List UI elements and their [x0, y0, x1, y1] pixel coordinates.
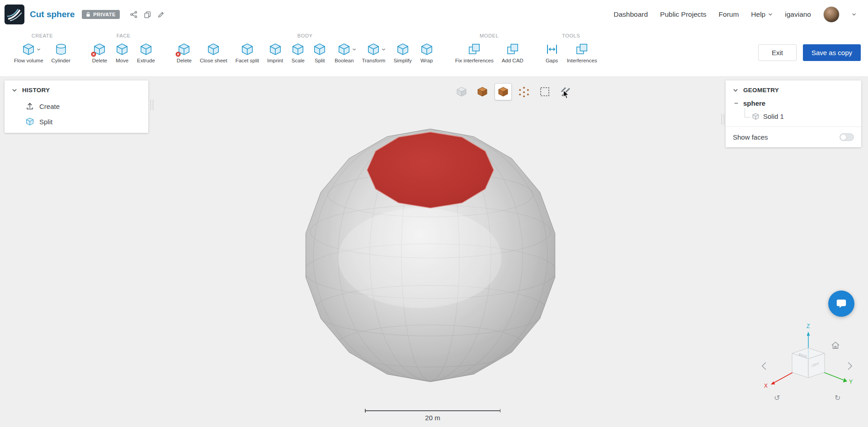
flow-volume-icon — [22, 42, 35, 56]
scale-bar: 20 m — [365, 410, 500, 422]
group-label: TOOLS — [562, 29, 580, 38]
history-item-split[interactable]: Split — [5, 114, 148, 129]
ribbon-group-create: CREATE Flow volume Cylinder — [10, 29, 75, 76]
create-step-icon — [25, 102, 34, 111]
tool-body-delete[interactable]: Delete — [173, 39, 196, 63]
tool-face-extrude[interactable]: Extrude — [133, 39, 159, 63]
history-item-label: Create — [39, 103, 60, 110]
tool-boolean[interactable]: Boolean — [330, 39, 358, 63]
geometry-panel: GEOMETRY sphere Solid 1 Show faces — [726, 80, 861, 147]
rotate-ccw-button[interactable]: ↺ — [774, 394, 780, 402]
tool-transform[interactable]: Transform — [358, 39, 389, 63]
facet-split-icon — [241, 42, 254, 56]
top-nav: Dashboard Public Projects Forum Help iga… — [613, 6, 856, 23]
copy-icon — [143, 10, 151, 19]
tool-flow-volume[interactable]: Flow volume — [10, 39, 47, 63]
tool-close-sheet[interactable]: Close sheet — [196, 39, 231, 63]
measure-button[interactable] — [557, 83, 574, 100]
tool-facet-split[interactable]: Facet split — [231, 39, 263, 63]
nav-forum[interactable]: Forum — [719, 10, 739, 19]
tool-imprint[interactable]: Imprint — [263, 39, 287, 63]
axis-x-label: X — [764, 383, 768, 389]
chevron-down-icon[interactable] — [37, 47, 41, 52]
tree-node-label: Solid 1 — [763, 113, 784, 120]
split-step-icon — [25, 117, 34, 126]
tool-wrap[interactable]: Wrap — [416, 39, 438, 63]
cylinder-icon — [54, 42, 68, 56]
axis-x: X — [764, 372, 793, 389]
panel-resize-grip[interactable] — [722, 114, 724, 125]
toggle-knob — [840, 134, 846, 140]
solid-faces-cube-icon — [497, 86, 509, 98]
exit-button[interactable]: Exit — [758, 44, 797, 61]
privacy-badge-label: PRIVATE — [93, 12, 116, 17]
wrap-icon — [420, 42, 434, 56]
rename-button[interactable] — [154, 8, 168, 21]
chat-icon — [835, 297, 848, 310]
rotate-cw-button[interactable]: ↻ — [835, 394, 840, 402]
history-item-create[interactable]: Create — [5, 99, 148, 114]
scale-bar-label: 20 m — [365, 414, 500, 422]
nav-help[interactable]: Help — [751, 10, 773, 19]
solid-cube-icon — [752, 113, 760, 120]
user-menu-chevron-icon[interactable] — [852, 12, 856, 17]
tool-interferences[interactable]: Interferences — [563, 39, 601, 63]
tool-fix-interferences[interactable]: Fix interferences — [451, 39, 498, 63]
navigation-cube-widget: Z X Y BACK LEFT ↺ — [760, 320, 854, 406]
simplify-icon — [396, 42, 410, 56]
history-panel: HISTORY Create Split — [5, 80, 148, 133]
axis-z-label: Z — [807, 323, 810, 329]
canvas-area: HISTORY Create Split — [0, 77, 868, 427]
tool-gaps[interactable]: Gaps — [541, 39, 563, 63]
show-faces-toggle[interactable] — [840, 133, 854, 141]
save-as-copy-button[interactable]: Save as copy — [803, 44, 861, 61]
tool-body-split[interactable]: Split — [309, 39, 330, 63]
tool-simplify[interactable]: Simplify — [389, 39, 415, 63]
view-wireframe-button[interactable] — [453, 83, 470, 100]
ribbon-group-model: MODEL Fix interferences Add CAD — [451, 29, 528, 76]
rotate-right-chevron-button[interactable] — [848, 362, 852, 370]
tool-scale[interactable]: Scale — [287, 39, 309, 63]
collapse-chevron-icon[interactable] — [12, 88, 17, 93]
panel-resize-grip[interactable] — [151, 99, 153, 110]
viewport-3d[interactable] — [272, 103, 589, 413]
tool-face-delete[interactable]: Delete — [88, 39, 111, 63]
view-solid-button[interactable] — [474, 83, 491, 100]
tree-node-sphere[interactable]: sphere — [726, 99, 861, 109]
box-select-button[interactable] — [536, 83, 553, 100]
sphere-highlight — [338, 208, 501, 308]
tree-node-solid-1[interactable]: Solid 1 — [726, 109, 861, 127]
tool-cylinder[interactable]: Cylinder — [47, 39, 75, 63]
boolean-icon — [337, 42, 351, 56]
imprint-icon — [269, 42, 282, 56]
show-faces-label: Show faces — [733, 133, 768, 141]
chevron-down-icon — [768, 12, 773, 17]
app-logo[interactable] — [5, 5, 24, 24]
history-item-label: Split — [39, 118, 52, 126]
geometry-panel-title: GEOMETRY — [743, 87, 779, 94]
view-cube[interactable] — [792, 348, 825, 378]
tool-add-cad[interactable]: Add CAD — [498, 39, 528, 63]
chat-support-button[interactable] — [828, 291, 854, 317]
chevron-down-icon[interactable] — [352, 47, 356, 52]
avatar[interactable] — [823, 6, 840, 23]
rotate-left-chevron-button[interactable] — [762, 362, 766, 370]
nav-public-projects[interactable]: Public Projects — [660, 10, 707, 19]
collapse-minus-icon[interactable] — [734, 101, 739, 106]
chevron-down-icon[interactable] — [382, 47, 386, 52]
nav-dashboard[interactable]: Dashboard — [613, 10, 648, 19]
gray-cube-icon — [456, 86, 467, 98]
home-view-button[interactable] — [832, 342, 839, 348]
group-label: MODEL — [480, 29, 499, 38]
axis-y-label: Y — [849, 379, 853, 385]
duplicate-button[interactable] — [141, 8, 154, 21]
tool-face-move[interactable]: Move — [111, 39, 133, 63]
view-solid-faces-button[interactable] — [495, 83, 512, 100]
share-button[interactable] — [127, 8, 141, 21]
collapse-chevron-icon[interactable] — [733, 88, 738, 93]
view-vertices-button[interactable] — [515, 83, 533, 100]
group-label: BODY — [297, 29, 313, 38]
project-title: Cut sphere — [30, 9, 75, 19]
interferences-icon — [575, 42, 589, 56]
group-label: FACE — [117, 29, 131, 38]
